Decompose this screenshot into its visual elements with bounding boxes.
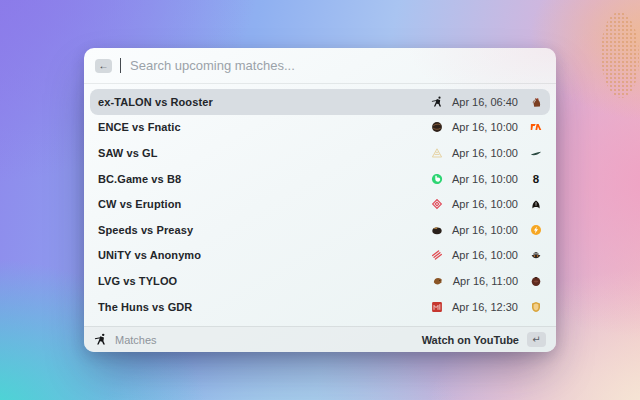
fnatic-logo-icon: [530, 121, 542, 133]
match-title: UNiTY vs Anonymo: [98, 249, 201, 261]
search-input[interactable]: [130, 58, 545, 73]
gdr-logo-icon: [530, 301, 542, 313]
saw-logo-icon: [431, 147, 443, 159]
match-time: Apr 16, 10:00: [452, 249, 518, 261]
match-time: Apr 16, 10:00: [452, 198, 518, 210]
match-title: BC.Game vs B8: [98, 173, 181, 185]
list-item[interactable]: ENCE vs FnaticApr 16, 10:00: [90, 115, 550, 141]
match-time: Apr 16, 10:00: [452, 147, 518, 159]
match-list: ex-TALON vs RoosterApr 16, 06:40ENCE vs …: [84, 84, 556, 326]
list-item[interactable]: The Huns vs GDRApr 16, 12:30: [90, 294, 550, 320]
back-button[interactable]: ←: [95, 59, 112, 73]
match-time: Apr 16, 06:40: [452, 96, 518, 108]
ence-logo-icon: [431, 121, 443, 133]
match-time: Apr 16, 10:00: [452, 173, 518, 185]
primary-action[interactable]: Watch on YouTube ↵: [422, 332, 546, 347]
speeds-logo-icon: [431, 224, 443, 236]
cw-logo-icon: [431, 198, 443, 210]
eruption-logo-icon: [530, 198, 542, 210]
list-item[interactable]: UNiTY vs AnonymoApr 16, 10:00: [90, 243, 550, 269]
wallpaper-texture: [601, 12, 639, 98]
b8-logo-icon: 8: [530, 173, 542, 185]
arrow-left-icon: ←: [99, 61, 109, 71]
rooster-logo-icon: [530, 96, 542, 108]
csgo-player-icon: [94, 333, 107, 346]
anonymo-logo-icon: [530, 249, 542, 261]
match-time: Apr 16, 10:00: [452, 121, 518, 133]
footer-source-label: Matches: [115, 334, 157, 346]
footer-bar: Matches Watch on YouTube ↵: [84, 326, 556, 352]
search-bar: ←: [84, 48, 556, 84]
svg-text:8: 8: [533, 173, 540, 185]
match-title: ex-TALON vs Rooster: [98, 96, 213, 108]
unity-logo-icon: [431, 249, 443, 261]
list-item[interactable]: ex-TALON vs RoosterApr 16, 06:40: [90, 89, 550, 115]
preasy-logo-icon: [530, 224, 542, 236]
match-title: CW vs Eruption: [98, 198, 181, 210]
match-title: LVG vs TYLOO: [98, 275, 177, 287]
list-item[interactable]: Speeds vs PreasyApr 16, 10:00: [90, 217, 550, 243]
match-title: The Huns vs GDR: [98, 301, 192, 313]
thehuns-logo-icon: [431, 301, 443, 313]
lvg-logo-icon: [432, 275, 444, 287]
list-item[interactable]: SAW vs GLApr 16, 10:00: [90, 140, 550, 166]
list-item[interactable]: CW vs EruptionApr 16, 10:00: [90, 191, 550, 217]
list-item[interactable]: LVG vs TYLOOApr 16, 11:00: [90, 268, 550, 294]
text-caret: [120, 58, 121, 73]
footer-source: Matches: [94, 333, 157, 346]
gl-logo-icon: [530, 147, 542, 159]
return-key-icon: ↵: [527, 332, 546, 347]
match-title: Speeds vs Preasy: [98, 224, 193, 236]
matches-search-window: ← ex-TALON vs RoosterApr 16, 06:40ENCE v…: [84, 48, 556, 352]
bcgame-logo-icon: [431, 173, 443, 185]
match-time: Apr 16, 11:00: [453, 275, 518, 287]
match-title: ENCE vs Fnatic: [98, 121, 181, 133]
match-title: SAW vs GL: [98, 147, 158, 159]
match-time: Apr 16, 10:00: [452, 224, 518, 236]
primary-action-label: Watch on YouTube: [422, 334, 519, 346]
tyloo-logo-icon: [530, 275, 542, 287]
csgo-player-icon: [431, 96, 443, 108]
list-item[interactable]: BC.Game vs B8Apr 16, 10:008: [90, 166, 550, 192]
match-time: Apr 16, 12:30: [452, 301, 518, 313]
